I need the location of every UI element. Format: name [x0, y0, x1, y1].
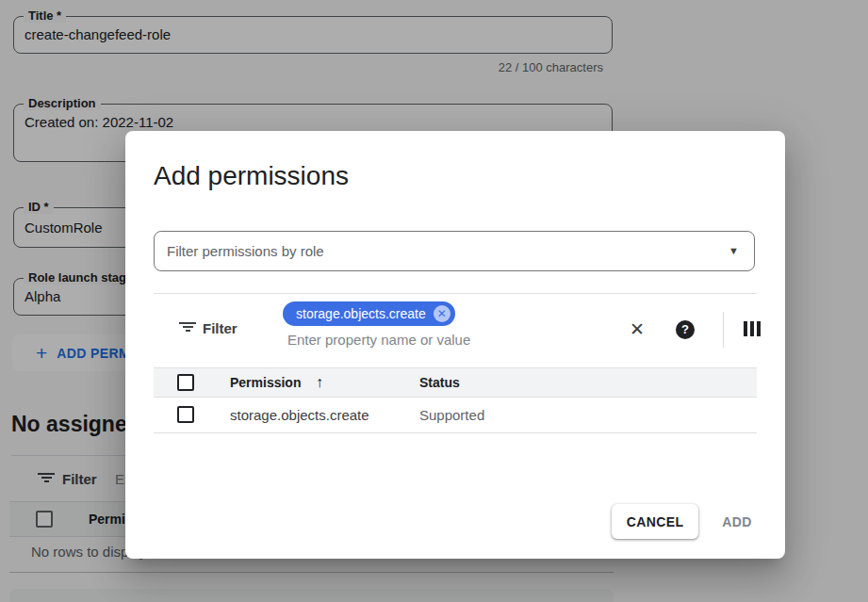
select-all-checkbox[interactable] [177, 374, 194, 391]
filter-icon [179, 322, 196, 335]
cancel-button[interactable]: CANCEL [612, 504, 698, 539]
table-header-row: Permission ↑ Status [154, 367, 757, 398]
chip-remove-icon[interactable]: ✕ [434, 305, 450, 322]
row-permission-cell: storage.objects.create [230, 398, 369, 432]
chevron-down-icon: ▼ [729, 232, 739, 270]
add-permissions-dialog: Add permissions Filter permissions by ro… [125, 131, 785, 559]
add-button[interactable]: ADD [706, 504, 768, 539]
row-checkbox[interactable] [177, 406, 194, 423]
table-row[interactable]: storage.objects.create Supported [154, 398, 757, 433]
toolbar-divider [723, 312, 724, 348]
role-filter-select-value: Filter permissions by role [167, 232, 324, 270]
filter-chip[interactable]: storage.objects.create ✕ [283, 301, 455, 326]
filter-input[interactable] [287, 332, 598, 348]
column-header-permission[interactable]: Permission [230, 368, 301, 397]
filter-label: Filter [203, 320, 237, 336]
create-role-page: Title * create-changefeed-role 22 / 100 … [0, 0, 868, 602]
role-filter-select[interactable]: Filter permissions by role ▼ [154, 231, 755, 271]
clear-filters-icon[interactable]: ✕ [630, 318, 645, 340]
row-status-cell: Supported [419, 398, 484, 432]
dialog-title: Add permissions [154, 161, 349, 191]
filter-chip-label: storage.objects.create [296, 306, 426, 321]
column-header-status[interactable]: Status [419, 368, 460, 397]
help-icon[interactable]: ? [676, 320, 695, 339]
sort-ascending-icon: ↑ [316, 368, 323, 397]
filter-toolbar: Filter storage.objects.create ✕ ✕ ? [154, 293, 757, 353]
column-display-options-icon[interactable] [744, 321, 761, 336]
